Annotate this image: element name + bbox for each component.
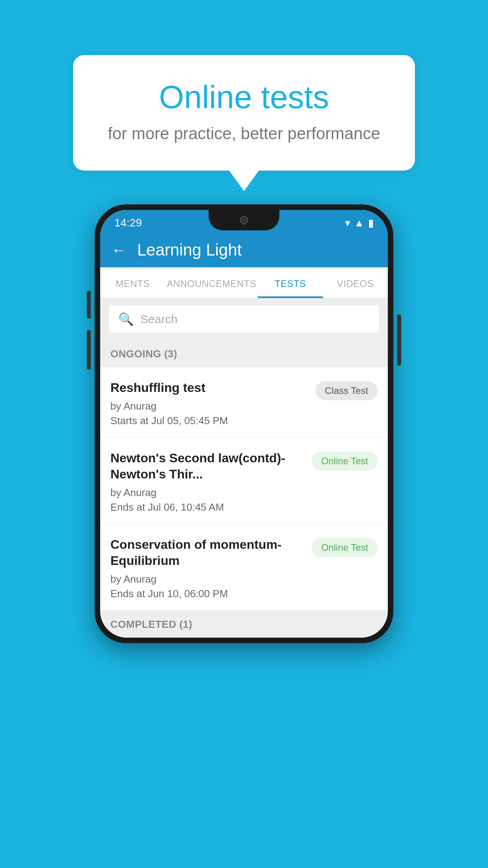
completed-label: COMPLETED (1) [110, 618, 193, 630]
test-time: Starts at Jul 05, 05:45 PM [110, 415, 308, 427]
status-icons: ▾ ▲ ▮ [345, 217, 374, 229]
app-bar: ← Learning Light [100, 233, 388, 267]
test-info: Reshuffling test by Anurag Starts at Jul… [110, 380, 316, 427]
search-placeholder: Search [140, 313, 178, 326]
test-time: Ends at Jul 06, 10:45 AM [110, 501, 304, 513]
test-info: Newton's Second law(contd)-Newton's Thir… [110, 450, 312, 513]
volume-up-button [87, 291, 91, 318]
test-time: Ends at Jun 10, 06:00 PM [110, 588, 304, 600]
search-icon: 🔍 [118, 312, 134, 327]
front-camera [240, 216, 248, 224]
test-list: Reshuffling test by Anurag Starts at Jul… [100, 367, 388, 611]
back-button[interactable]: ← [111, 242, 126, 259]
tab-tests[interactable]: TESTS [258, 267, 323, 298]
time-value: Jun 10, 06:00 PM [148, 588, 228, 600]
time-value: Jul 06, 10:45 AM [148, 501, 224, 513]
battery-icon: ▮ [368, 217, 374, 229]
test-title: Conservation of momentum-Equilibrium [110, 537, 304, 569]
tab-announcements[interactable]: ANNOUNCEMENTS [165, 267, 258, 298]
time-label: Ends at [110, 588, 145, 600]
bubble-subtitle: for more practice, better performance [105, 124, 383, 143]
tab-ments[interactable]: MENTS [100, 267, 165, 298]
bubble-title: Online tests [105, 79, 383, 116]
wifi-icon: ▾ [345, 217, 350, 229]
test-info: Conservation of momentum-Equilibrium by … [110, 537, 312, 600]
phone-notch [209, 210, 279, 230]
app-title: Learning Light [137, 241, 242, 259]
tabs-container: MENTS ANNOUNCEMENTS TESTS VIDEOS [100, 267, 388, 298]
status-time: 14:29 [114, 217, 142, 229]
test-item[interactable]: Newton's Second law(contd)-Newton's Thir… [100, 438, 388, 524]
tab-videos[interactable]: VIDEOS [323, 267, 388, 298]
test-item[interactable]: Conservation of momentum-Equilibrium by … [100, 524, 388, 611]
class-test-badge: Class Test [316, 381, 378, 400]
test-author: by Anurag [110, 573, 304, 585]
speech-bubble: Online tests for more practice, better p… [73, 55, 415, 171]
time-label: Ends at [110, 501, 145, 513]
phone-screen: 14:29 ▾ ▲ ▮ ← Learning Light MENTS ANNOU… [100, 210, 388, 638]
power-button [397, 314, 401, 366]
test-title: Reshuffling test [110, 380, 308, 396]
ongoing-section-header: ONGOING (3) [100, 340, 388, 367]
search-bar[interactable]: 🔍 Search [109, 305, 379, 333]
completed-section-header: COMPLETED (1) [100, 611, 388, 638]
test-item[interactable]: Reshuffling test by Anurag Starts at Jul… [100, 367, 388, 438]
volume-down-button [87, 330, 91, 370]
test-author: by Anurag [110, 400, 308, 412]
search-container: 🔍 Search [100, 298, 388, 340]
test-author: by Anurag [110, 487, 304, 499]
online-test-badge: Online Test [312, 452, 378, 471]
test-title: Newton's Second law(contd)-Newton's Thir… [110, 450, 304, 483]
online-test-badge: Online Test [312, 538, 378, 557]
time-label: Starts at [110, 415, 149, 427]
time-value: Jul 05, 05:45 PM [151, 415, 228, 427]
speech-bubble-container: Online tests for more practice, better p… [73, 55, 415, 171]
phone-wrapper: 14:29 ▾ ▲ ▮ ← Learning Light MENTS ANNOU… [95, 204, 393, 643]
phone-outer: 14:29 ▾ ▲ ▮ ← Learning Light MENTS ANNOU… [95, 204, 393, 643]
signal-icon: ▲ [354, 217, 364, 229]
ongoing-label: ONGOING (3) [110, 348, 177, 360]
